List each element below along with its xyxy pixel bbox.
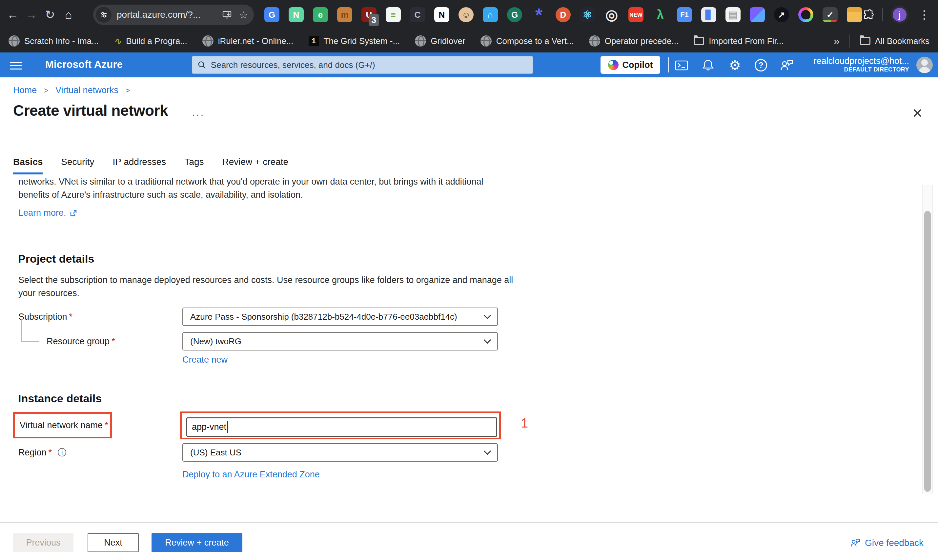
f1-blue-icon[interactable]: F1 [677,7,692,22]
azure-logo-title[interactable]: Microsoft Azure [45,59,123,71]
new-red-icon[interactable]: NEW [628,7,644,22]
google-translate-icon[interactable]: G [264,7,279,22]
url-text: portal.azure.com/?... [117,9,215,20]
account-info[interactable]: realcloudprojects@hot... DEFAULT DIRECTO… [813,56,909,74]
region-dropdown[interactable]: (US) East US [182,443,498,462]
chevron-down-icon [484,448,491,455]
close-icon[interactable]: × [912,104,922,121]
next-button[interactable]: Next [88,533,139,552]
page-title: Create virtual network [13,102,168,119]
home-icon[interactable]: ⌂ [62,6,76,24]
install-app-icon[interactable] [222,10,232,20]
account-email: realcloudprojects@hot... [813,56,909,66]
react-devtools-icon[interactable]: ⚛ [580,7,595,22]
give-feedback-link[interactable]: Give feedback [850,538,924,548]
numbered-site-icon: 1 [309,36,319,46]
cloud-shell-icon[interactable] [674,58,689,73]
deploy-extended-zone-link[interactable]: Deploy to an Azure Extended Zone [182,469,320,480]
tab-tags[interactable]: Tags [184,157,204,172]
reader-doc-icon[interactable]: ▤ [725,7,741,22]
context-menu-ellipsis[interactable]: ··· [192,109,205,120]
feedback-icon[interactable] [779,58,794,73]
green-dancer-icon[interactable]: λ [653,7,668,22]
journal-camel-icon[interactable]: m [337,7,352,22]
create-new-link[interactable]: Create new [182,355,228,365]
breadcrumb-home[interactable]: Home [13,85,37,95]
azure-search-box[interactable] [192,56,533,74]
account-avatar[interactable] [916,57,933,73]
toolbar-separator [882,8,883,21]
vertical-scrollbar[interactable] [922,185,933,494]
extensions-puzzle-icon[interactable] [862,9,874,21]
dark-arrow-icon[interactable]: ↗ [774,7,789,22]
scrollbar-thumb[interactable] [924,211,931,492]
grammarly-icon[interactable]: G [507,7,522,22]
browser-menu-icon[interactable]: ⋮ [916,8,932,22]
snake-icon: ∿ [114,36,121,46]
project-details-description: Select the subscription to manage deploy… [18,274,514,300]
bookmark-folder[interactable]: Imported From Fir... [694,36,784,46]
bookmark-item[interactable]: iRuler.net - Online... [202,35,294,46]
yellow-folder-icon[interactable] [847,7,862,22]
browser-window: ← → ↻ ⌂ portal.azure.com/?... [0,0,938,560]
browser-profile-avatar[interactable]: j [891,6,909,24]
tab-review-create[interactable]: Review + create [222,157,289,172]
forward-icon[interactable]: → [25,6,39,24]
breadcrumb: Home > Virtual networks > [13,85,134,95]
ghostery-icon[interactable]: ∩ [483,7,498,22]
review-create-button[interactable]: Review + create [151,533,242,552]
bookmark-item[interactable]: Scratch Info - Ima... [9,35,99,46]
settings-gear-icon[interactable]: ⚙ [727,58,742,73]
persona-face-icon[interactable]: ☺ [459,7,474,22]
info-icon[interactable]: ⓘ [58,443,66,462]
evernote-icon[interactable]: e [313,7,328,22]
breadcrumb-virtual-networks[interactable]: Virtual networks [55,85,119,95]
ublock-origin-icon[interactable]: U3 [362,7,376,22]
purple-grid-icon[interactable] [750,7,765,22]
search-icon [197,60,206,69]
search-input[interactable] [211,60,527,70]
tab-security[interactable]: Security [61,157,94,172]
bookmarks-overflow-icon[interactable]: » [834,35,839,47]
task-list-icon[interactable]: ≡ [386,7,401,22]
resource-group-dropdown[interactable]: (New) twoRG [182,332,498,351]
site-settings-icon[interactable] [96,7,111,23]
bookmark-item[interactable]: ∿ Build a Progra... [114,36,187,46]
bookmark-star-icon[interactable]: ☆ [239,9,248,21]
bookmark-item[interactable]: Compose to a Vert... [481,35,574,46]
notion-icon[interactable]: N [434,7,449,22]
bookmarks-separator [849,34,850,48]
clamp-dark-icon[interactable]: C [410,7,425,22]
blue-asterisk-icon[interactable]: * [531,7,547,22]
reload-icon[interactable]: ↻ [43,6,57,24]
notifications-bell-icon[interactable] [701,58,716,73]
subscription-dropdown[interactable]: Azure Pass - Sponsorship (b328712b-b524-… [182,308,498,326]
focus-ring-icon[interactable]: ◎ [604,7,619,22]
bookmark-item[interactable]: Operator precede... [589,35,679,46]
required-asterisk: * [105,420,108,430]
globe-icon [589,35,600,46]
tab-ip-addresses[interactable]: IP addresses [112,157,166,172]
tab-basics[interactable]: Basics [13,157,43,172]
bookmark-item[interactable]: 1 The Grid System -... [309,36,400,46]
blue-pill-icon[interactable]: ▊ [701,7,716,22]
previous-button[interactable]: Previous [13,533,74,552]
globe-icon [202,35,214,46]
duckduckgo-icon[interactable]: D [556,7,571,22]
nesting-connector [21,319,39,342]
address-bar[interactable]: portal.azure.com/?... ☆ [93,5,254,25]
bookmarks-bar: Scratch Info - Ima... ∿ Build a Progra..… [0,29,938,52]
todo-check-icon[interactable]: ✓ [822,7,838,22]
camera-ring-icon[interactable] [798,7,813,22]
external-link-icon [69,209,77,217]
region-label: Region* ⓘ [18,443,66,462]
all-bookmarks[interactable]: All Bookmarks [860,36,929,46]
copilot-button[interactable]: Copilot [601,56,660,74]
vnet-name-input[interactable]: app-vnet [186,417,497,437]
help-icon[interactable]: ? [753,58,769,73]
hamburger-menu-icon[interactable] [10,60,22,72]
green-notes-icon[interactable]: N [289,7,304,22]
bookmark-item[interactable]: Gridlover [415,35,465,46]
learn-more-link[interactable]: Learn more. [18,208,77,218]
back-icon[interactable]: ← [6,6,20,24]
